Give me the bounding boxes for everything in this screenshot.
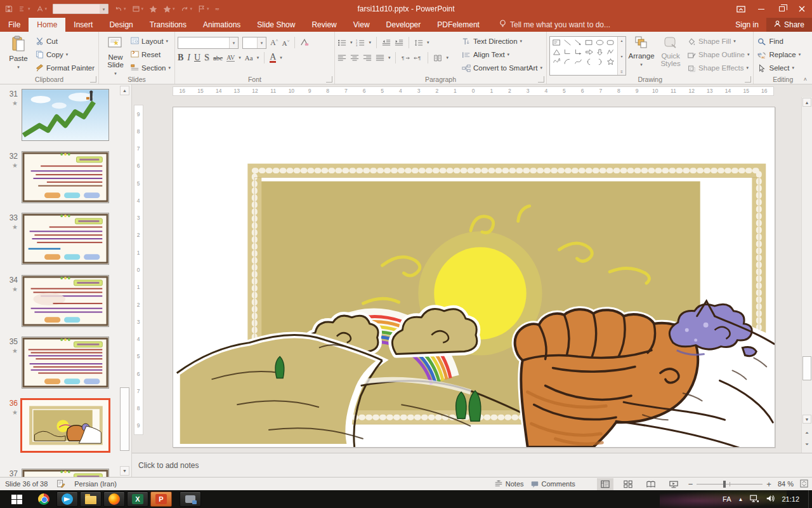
replace-button[interactable]: abacReplace ▾ [757, 49, 808, 60]
layout-button[interactable]: Layout ▾ [131, 36, 171, 47]
fit-slide-to-window-button[interactable] [800, 479, 808, 489]
save-icon[interactable] [5, 5, 13, 13]
clipboard-dialog-launcher[interactable] [90, 76, 96, 83]
panel-scroll-down-icon[interactable]: ▼ [120, 466, 129, 476]
shape-outline-button[interactable]: Shape Outline ▾ [687, 49, 749, 60]
drawing-dialog-launcher[interactable] [745, 76, 751, 83]
slide-thumbnail-34[interactable]: 34★ [0, 275, 109, 327]
main-scrollbar[interactable]: ▲ ▼ ⏶ ⏷ [801, 97, 812, 453]
star-icon[interactable] [149, 5, 157, 13]
tray-expand-icon[interactable]: ▲ [738, 497, 743, 502]
slide-show-button[interactable] [665, 478, 682, 490]
style-box-dropdown-icon[interactable]: ▾ [100, 4, 108, 13]
taskbar-chrome-button[interactable] [33, 491, 55, 507]
star-run-icon[interactable]: ▾ [163, 5, 175, 13]
align-text-button[interactable]: Align Text ▾ [462, 49, 542, 60]
zoom-slider-thumb[interactable] [723, 481, 726, 488]
vertical-ruler[interactable]: 9876543210123456789 [134, 105, 143, 435]
slide-indicator[interactable]: Slide 36 of 38 [5, 480, 48, 488]
text-direction-button[interactable]: Text Direction ▾ [462, 36, 542, 47]
tab-slide-show[interactable]: Slide Show [249, 18, 303, 32]
font-style-icon[interactable]: ▾ [36, 5, 48, 13]
select-button[interactable]: Select ▾ [757, 62, 808, 74]
zoom-slider[interactable]: − + [688, 479, 771, 489]
character-spacing-button[interactable]: AV [226, 54, 235, 62]
decrease-font-size-button[interactable]: A˅ [282, 39, 290, 47]
notes-pane[interactable]: Click to add notes [132, 453, 812, 477]
tab-home[interactable]: Home [29, 18, 65, 32]
brace-left-shape[interactable] [584, 57, 594, 66]
cut-button[interactable]: Cut [36, 36, 95, 47]
slide-thumbnail-36[interactable]: 36★ [0, 398, 110, 453]
panel-scroll-thumb[interactable] [120, 387, 129, 451]
tab-view[interactable]: View [345, 18, 378, 32]
underline-button[interactable]: U [194, 53, 200, 63]
taskbar-powerpoint-button[interactable]: P [150, 491, 172, 507]
clear-formatting-button[interactable] [300, 38, 309, 48]
slide-thumbnail-35[interactable]: 35★ [0, 337, 109, 389]
round-rect-shape[interactable] [605, 37, 616, 47]
line-shape[interactable] [562, 37, 573, 47]
font-size-combobox[interactable]: ▾ [242, 37, 266, 49]
change-case-button[interactable]: Aa [245, 54, 253, 62]
arrow-shape[interactable] [573, 37, 584, 47]
scribble-shape[interactable] [551, 57, 562, 66]
tab-review[interactable]: Review [303, 18, 344, 32]
next-slide-button[interactable]: ⏷ [802, 440, 811, 449]
taskbar-firefox-button[interactable] [103, 491, 125, 507]
language-indicator[interactable]: Persian (Iran) [74, 480, 117, 488]
tab-pdfelement[interactable]: PDFelement [429, 18, 488, 32]
quick-styles-button[interactable]: Quick Styles [657, 34, 684, 76]
italic-button[interactable]: I [187, 53, 190, 63]
down-arrow-shape[interactable] [594, 47, 605, 57]
start-button[interactable] [0, 490, 33, 508]
horizontal-ruler[interactable]: 1615141312111098765432101234567891011121… [173, 86, 774, 96]
new-slide-button[interactable]: New Slide ▾ [102, 34, 129, 77]
customize-qat-icon[interactable]: ≂ [215, 6, 220, 12]
brace-right-shape[interactable] [594, 57, 605, 66]
style-box[interactable]: ▾ [53, 4, 108, 14]
increase-font-size-button[interactable]: A˄ [270, 38, 278, 48]
oval-shape[interactable] [594, 37, 605, 47]
arc-shape[interactable] [562, 57, 573, 66]
normal-view-button[interactable] [597, 478, 613, 490]
justify-button[interactable] [376, 54, 384, 62]
elbow-shape[interactable] [562, 47, 573, 57]
decrease-indent-button[interactable] [382, 39, 391, 47]
quick-access-toolbar[interactable]: ▾ ▾ ▾ ▾ ▾ ▾ ▾ ▾ ≂ [0, 4, 219, 14]
open-icon[interactable]: ▾ [132, 5, 144, 13]
scroll-thumb[interactable] [802, 356, 811, 380]
numbering-button[interactable]: 123 [356, 39, 365, 47]
tab-file[interactable]: File [0, 18, 29, 32]
notes-toggle[interactable]: Notes [494, 480, 524, 488]
tab-transitions[interactable]: Transitions [141, 18, 195, 32]
taskbar-file-explorer-button[interactable] [80, 491, 102, 507]
slide-sorter-view-button[interactable] [620, 478, 636, 490]
slide-canvas[interactable] [173, 107, 775, 448]
zoom-out-button[interactable]: − [688, 479, 693, 489]
tell-me-box[interactable]: Tell me what you want to do... [499, 18, 610, 32]
ribbon-display-options-button[interactable] [731, 0, 751, 18]
proofing-icon[interactable] [56, 479, 65, 489]
taskbar-app-button[interactable] [180, 491, 201, 507]
align-center-button[interactable] [350, 54, 359, 62]
shape-fill-button[interactable]: Shape Fill ▾ [687, 36, 749, 47]
tab-animations[interactable]: Animations [195, 18, 249, 32]
triangle-shape[interactable] [551, 47, 562, 57]
align-left-button[interactable] [337, 54, 346, 62]
flag-icon[interactable]: ▾ [198, 5, 209, 13]
arrange-button[interactable]: Arrange ▾ [626, 34, 657, 76]
network-icon[interactable] [750, 495, 759, 504]
columns-button[interactable] [433, 54, 442, 62]
slide-thumbnail-31[interactable]: 31★ [0, 89, 109, 141]
redo-icon[interactable]: ▾ [181, 5, 193, 13]
star-shape[interactable] [605, 57, 616, 66]
textbox-shape[interactable] [551, 37, 562, 47]
zoom-level[interactable]: 84 % [778, 480, 794, 488]
slide-thumbnail-33[interactable]: 33★ [0, 213, 109, 265]
convert-to-smartart-button[interactable]: Convert to SmartArt ▾ [462, 62, 542, 74]
language-button[interactable]: FA [723, 495, 731, 503]
curve-shape[interactable] [573, 57, 584, 66]
minimize-button[interactable] [751, 0, 771, 18]
text-shadow-button[interactable]: S [204, 53, 209, 63]
